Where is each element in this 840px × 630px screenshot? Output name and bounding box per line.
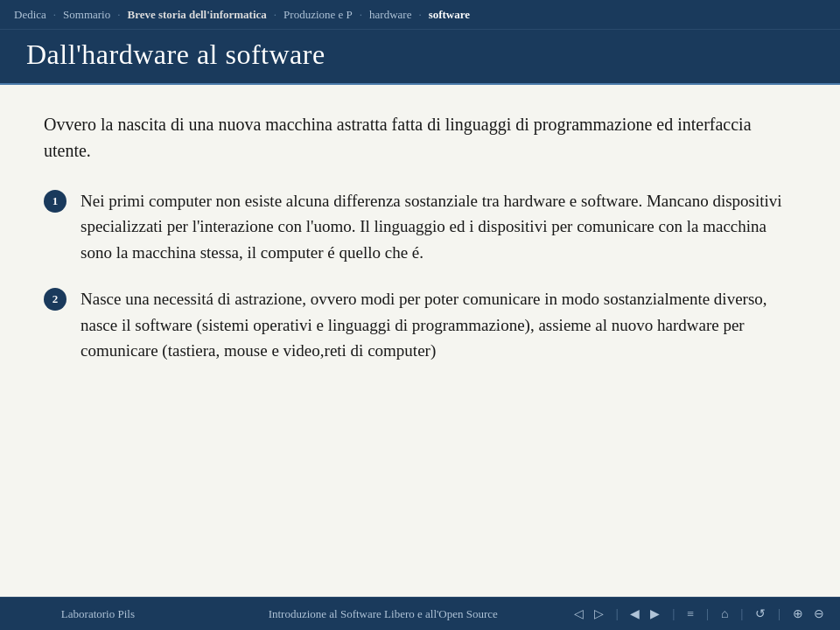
nav-item-dedica[interactable]: Dedica [14, 8, 46, 22]
item-block-1: 1 Nei primi computer non esiste alcuna d… [44, 188, 796, 265]
nav-zoom-out[interactable]: ⊖ [810, 605, 828, 623]
nav-separator-5: · [418, 8, 421, 22]
nav-separator-1: · [53, 8, 56, 22]
nav-divider-4: | [737, 606, 746, 623]
nav-item-software[interactable]: software [429, 8, 470, 22]
footer-right: Introduzione al Software Libero e all'Op… [196, 607, 570, 621]
main-content: Ovvero la nascita di una nuova macchina … [0, 85, 840, 597]
nav-home[interactable]: ⌂ [718, 606, 732, 623]
footer-left: Laboratorio Pils [0, 607, 196, 621]
nav-separator-4: · [360, 8, 362, 22]
nav-item-produzione[interactable]: Produzione e P [284, 8, 353, 22]
item-block-2: 2 Nasce una necessitá di astrazione, ovv… [44, 286, 796, 363]
nav-item-storia[interactable]: Breve storia dell'informatica [127, 8, 266, 22]
nav-divider-5: | [774, 606, 784, 623]
page-title: Dall'hardware al software [26, 38, 814, 71]
nav-divider-2: | [668, 606, 678, 623]
item-text-2: Nasce una necessitá di astrazione, ovver… [80, 286, 796, 363]
intro-paragraph: Ovvero la nascita di una nuova macchina … [44, 111, 796, 164]
item-text-1: Nei primi computer non esiste alcuna dif… [80, 188, 796, 265]
item-number-1: 1 [44, 190, 66, 213]
nav-separator-2: · [117, 8, 120, 22]
title-bar: Dall'hardware al software [0, 30, 840, 85]
nav-arrow-right-open[interactable]: ▷ [591, 605, 607, 623]
nav-zoom[interactable]: ⊕ [789, 605, 807, 623]
nav-divider-3: | [703, 606, 712, 623]
top-navigation: Dedica · Sommario · Breve storia dell'in… [0, 0, 840, 30]
nav-list[interactable]: ≡ [683, 606, 697, 623]
nav-arrow-left[interactable]: ◀ [626, 605, 643, 623]
nav-arrow-right[interactable]: ▶ [647, 605, 663, 623]
navigation-controls[interactable]: ◁ ▷ | ◀ ▶ | ≡ | ⌂ | ↺ | ⊕ ⊖ [570, 605, 840, 623]
nav-item-hardware[interactable]: hardware [369, 8, 411, 22]
nav-refresh[interactable]: ↺ [752, 605, 769, 623]
nav-arrow-left-open[interactable]: ◁ [570, 605, 587, 623]
nav-separator-3: · [274, 8, 276, 22]
nav-item-sommario[interactable]: Sommario [63, 8, 110, 22]
nav-divider-1: | [612, 606, 622, 623]
item-number-2: 2 [44, 288, 66, 311]
bottom-bar: Laboratorio Pils Introduzione al Softwar… [0, 597, 840, 630]
